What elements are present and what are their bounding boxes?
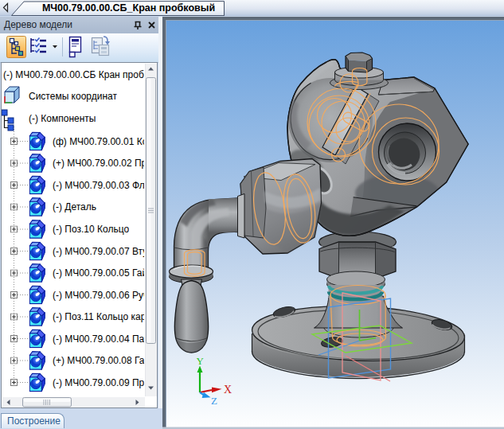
svg-text:Y: Y (197, 355, 205, 367)
svg-text:Z: Z (211, 395, 217, 407)
svg-text:X: X (224, 384, 232, 396)
